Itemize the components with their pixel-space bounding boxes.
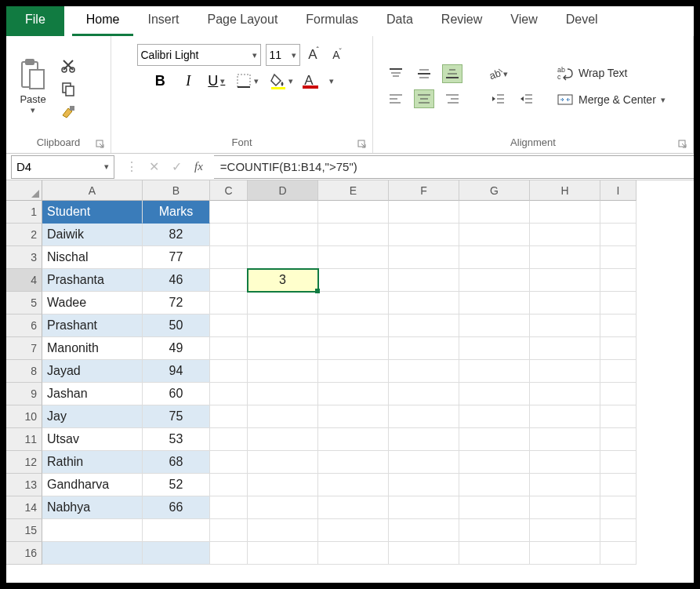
cell[interactable]	[210, 542, 248, 565]
cell[interactable]: Jayad	[42, 360, 143, 383]
cell[interactable]	[459, 405, 530, 428]
cell[interactable]	[318, 337, 389, 360]
formula-input[interactable]: =COUNTIF(B1:B14,">75")	[214, 155, 694, 179]
cell[interactable]: Marks	[143, 201, 210, 224]
cell[interactable]	[459, 337, 530, 360]
cell[interactable]	[530, 496, 600, 519]
tab-file[interactable]: File	[6, 6, 64, 36]
cell[interactable]	[210, 314, 248, 337]
cell[interactable]	[210, 292, 248, 314]
tab-home[interactable]: Home	[72, 6, 134, 36]
row-header[interactable]: 12	[6, 451, 42, 474]
cell[interactable]	[530, 246, 600, 269]
cell[interactable]	[530, 269, 600, 292]
cell[interactable]	[600, 542, 637, 565]
cell[interactable]	[389, 224, 459, 246]
cell[interactable]	[389, 519, 459, 542]
clipboard-launcher-icon[interactable]	[95, 139, 106, 150]
cell[interactable]: Manonith	[42, 337, 143, 360]
cell[interactable]	[459, 292, 530, 314]
cell[interactable]	[389, 314, 459, 337]
cell[interactable]	[210, 405, 248, 428]
cell[interactable]	[248, 314, 318, 337]
cell[interactable]	[600, 224, 637, 246]
decrease-indent-button[interactable]	[488, 89, 508, 108]
row-header[interactable]: 14	[6, 496, 42, 519]
borders-button[interactable]: ▾	[236, 73, 259, 89]
cell[interactable]	[389, 360, 459, 383]
cell[interactable]: Student	[42, 201, 143, 224]
enter-formula-button[interactable]: ✓	[172, 159, 182, 174]
align-top-button[interactable]	[386, 64, 406, 83]
row-header[interactable]: 1	[6, 201, 42, 224]
copy-button[interactable]	[60, 80, 77, 97]
cell[interactable]	[248, 496, 318, 519]
cell[interactable]	[459, 383, 530, 405]
cell[interactable]	[143, 542, 210, 565]
cell[interactable]: 82	[143, 224, 210, 246]
cell[interactable]: Prashanta	[42, 269, 143, 292]
font-name-combo[interactable]: Calibri Light ▾	[137, 44, 261, 66]
col-header-b[interactable]: B	[143, 180, 210, 201]
bold-button[interactable]: B	[151, 73, 169, 89]
cell[interactable]	[600, 383, 637, 405]
cell[interactable]	[389, 383, 459, 405]
cell[interactable]	[459, 360, 530, 383]
cell[interactable]: 72	[143, 292, 210, 314]
cell[interactable]	[248, 224, 318, 246]
cell[interactable]: Nischal	[42, 246, 143, 269]
cell[interactable]: 66	[143, 496, 210, 519]
tab-review[interactable]: Review	[427, 6, 496, 36]
cell[interactable]	[42, 519, 143, 542]
cell[interactable]	[600, 314, 637, 337]
cell[interactable]	[530, 224, 600, 246]
cell[interactable]	[600, 405, 637, 428]
cell[interactable]	[248, 519, 318, 542]
row-header[interactable]: 2	[6, 224, 42, 246]
cut-button[interactable]	[60, 56, 77, 74]
wrap-text-button[interactable]: abc Wrap Text	[557, 65, 666, 81]
cell[interactable]	[600, 269, 637, 292]
row-header[interactable]: 16	[6, 542, 42, 565]
cell[interactable]	[459, 246, 530, 269]
cell[interactable]	[318, 314, 389, 337]
cell[interactable]: Utsav	[42, 428, 143, 451]
align-right-button[interactable]	[442, 89, 462, 108]
tab-data[interactable]: Data	[372, 6, 427, 36]
row-header[interactable]: 5	[6, 292, 42, 314]
cell[interactable]	[600, 519, 637, 542]
tab-developer[interactable]: Devel	[552, 6, 612, 36]
cell[interactable]	[530, 292, 600, 314]
cell[interactable]	[459, 269, 530, 292]
cell[interactable]: Jashan	[42, 383, 143, 405]
cell[interactable]	[42, 542, 143, 565]
cell[interactable]	[389, 428, 459, 451]
cell[interactable]	[248, 405, 318, 428]
cell[interactable]	[389, 201, 459, 224]
cell[interactable]	[530, 201, 600, 224]
cell[interactable]: Gandharva	[42, 474, 143, 496]
format-painter-button[interactable]	[60, 104, 77, 121]
cell[interactable]	[389, 542, 459, 565]
cell[interactable]	[318, 201, 389, 224]
cell[interactable]	[459, 496, 530, 519]
cell[interactable]	[318, 519, 389, 542]
font-color-button[interactable]: A ▾	[304, 73, 333, 89]
cell[interactable]	[248, 337, 318, 360]
cell[interactable]	[530, 405, 600, 428]
cancel-formula-button[interactable]: ✕	[149, 159, 159, 174]
cell[interactable]: 53	[143, 428, 210, 451]
cell[interactable]	[248, 246, 318, 269]
active-cell[interactable]: 3	[248, 269, 318, 292]
tab-page-layout[interactable]: Page Layout	[193, 6, 292, 36]
cell[interactable]	[389, 451, 459, 474]
cell[interactable]	[600, 428, 637, 451]
col-header-h[interactable]: H	[530, 180, 600, 201]
align-left-button[interactable]	[386, 89, 406, 108]
cell[interactable]	[210, 337, 248, 360]
row-header[interactable]: 6	[6, 314, 42, 337]
cell[interactable]	[210, 474, 248, 496]
cell[interactable]	[318, 360, 389, 383]
cell[interactable]	[210, 246, 248, 269]
cell[interactable]	[210, 496, 248, 519]
